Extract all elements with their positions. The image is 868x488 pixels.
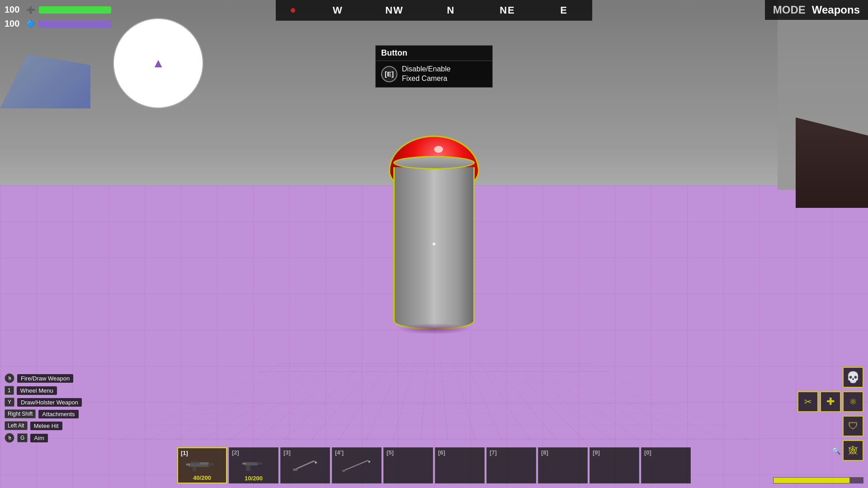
- keybinds: 🖱 Fire/Draw Weapon 1 Wheel Menu Y Draw/H…: [5, 373, 82, 443]
- compass-bar: W NW N NE E: [276, 0, 592, 21]
- slot-7-number: [7]: [490, 449, 497, 456]
- web-icon-box: 🕸: [843, 440, 863, 461]
- skull-icon: 💀: [846, 371, 860, 384]
- floor-grid: [105, 360, 763, 441]
- keybind-draw: Y Draw/Holster Weapon: [5, 398, 82, 407]
- atom-icon: ⚛: [849, 396, 857, 407]
- armor-row: 100 🔷: [5, 19, 111, 29]
- weapon-slot-8[interactable]: [8]: [538, 447, 588, 483]
- health-bar-bg: [39, 6, 111, 14]
- weapon-slot-6[interactable]: [6]: [435, 447, 485, 483]
- aim-key-g: G: [17, 433, 28, 442]
- skull-icon-box: 💀: [843, 367, 863, 388]
- svg-rect-7: [246, 465, 250, 471]
- mode-display: MODE Weapons: [765, 0, 868, 20]
- compass-NW: NW: [381, 5, 408, 16]
- armor-icon: 🔷: [26, 19, 35, 28]
- shield-icon-box: 🛡: [843, 416, 863, 436]
- weapon-slot-1[interactable]: [1] 40/200: [177, 447, 227, 483]
- armor-bar-fill: [39, 20, 111, 28]
- keybind-fire: 🖱 Fire/Draw Weapon: [5, 373, 82, 383]
- slot-2-number: [2]: [232, 449, 239, 456]
- keybind-attach: Right Shift Attachments: [5, 409, 82, 418]
- svg-rect-3: [193, 467, 196, 471]
- slot-2-icon: [236, 456, 272, 474]
- weapon-slot-9[interactable]: [9]: [590, 447, 639, 483]
- web-icon: 🕸: [849, 446, 858, 456]
- health-bar-fill: [39, 6, 111, 14]
- slot-0-number: [0]: [644, 449, 651, 456]
- dome-highlight: [434, 146, 443, 153]
- minimap: ▲: [113, 18, 203, 108]
- fire-key-icon: 🖱: [5, 373, 14, 383]
- cylinder-body: [393, 167, 475, 330]
- svg-marker-14: [368, 460, 371, 463]
- center-object: [389, 136, 479, 330]
- svg-rect-15: [342, 470, 345, 472]
- svg-rect-8: [242, 463, 246, 465]
- weapon-slot-5[interactable]: [5]: [383, 447, 433, 483]
- minimap-marker: ▲: [152, 56, 165, 70]
- compass-E: E: [551, 5, 578, 16]
- compass-NE: NE: [494, 5, 521, 16]
- armor-bar-bg: [39, 20, 111, 28]
- plus-icon-box: ✚: [820, 391, 841, 412]
- slot-8-number: [8]: [541, 449, 548, 456]
- weapons-label: Weapons: [812, 4, 860, 16]
- button-tooltip: Button [E] Disable/EnableFixed Camera: [375, 45, 493, 88]
- weapon-slot-7[interactable]: [7]: [486, 447, 536, 483]
- scissors-icon-box: ✂: [797, 391, 818, 412]
- yellow-bar: [773, 477, 863, 483]
- melee-label: Melee Hit: [30, 422, 62, 430]
- weapon-hotbar: [1] 40/200 [2] 10/200 [3]: [177, 447, 691, 483]
- svg-rect-12: [293, 469, 297, 471]
- keybind-melee: Left Alt Melee Hit: [5, 421, 82, 430]
- slot-4-icon: [339, 456, 375, 474]
- wheel-key: 1: [5, 386, 14, 395]
- slot-6-number: [6]: [438, 449, 445, 456]
- tooltip-action-text: Disable/EnableFixed Camera: [402, 65, 451, 84]
- weapon-slot-2[interactable]: [2] 10/200: [229, 447, 278, 483]
- health-value: 100: [5, 5, 23, 15]
- fire-label: Fire/Draw Weapon: [17, 374, 73, 383]
- slot-1-ammo: 40/200: [193, 474, 211, 481]
- draw-label: Draw/Holster Weapon: [17, 398, 82, 407]
- crosshair: [433, 243, 435, 245]
- slot-5-number: [5]: [387, 449, 394, 456]
- compass-dot: [291, 8, 295, 13]
- plus-icon: ✚: [826, 396, 835, 408]
- slot-9-number: [9]: [593, 449, 600, 456]
- slot-1-number: [1]: [181, 450, 188, 456]
- mode-label: MODE: [773, 4, 806, 16]
- cylinder-shadow: [398, 323, 470, 334]
- svg-line-13: [343, 460, 368, 471]
- scissors-icon: ✂: [804, 396, 812, 407]
- atom-icon-box: ⚛: [843, 391, 863, 412]
- draw-key: Y: [5, 398, 14, 407]
- wheel-label: Wheel Menu: [17, 386, 57, 395]
- svg-rect-6: [245, 462, 258, 465]
- tooltip-action: [E] Disable/EnableFixed Camera: [376, 61, 492, 87]
- compass-N: N: [438, 5, 465, 16]
- aim-key-icon: 🖱: [5, 433, 14, 443]
- zoom-icon: 🔍: [832, 446, 841, 455]
- health-icon: ➕: [26, 5, 35, 14]
- armor-value: 100: [5, 19, 23, 29]
- cylinder-top: [393, 156, 475, 169]
- health-row: 100 ➕: [5, 5, 111, 15]
- svg-rect-1: [191, 461, 200, 463]
- weapon-slot-4[interactable]: [4']: [332, 447, 382, 483]
- hud-icons-row-2: ✂ ✚ ⚛: [797, 391, 863, 412]
- compass-W: W: [325, 5, 352, 16]
- status-bars: 100 ➕ 100 🔷: [5, 5, 111, 29]
- attach-label: Attachments: [38, 410, 78, 418]
- tooltip-key: [E]: [381, 66, 397, 82]
- weapon-slot-0[interactable]: [0]: [641, 447, 691, 483]
- yellow-bar-fill: [774, 478, 849, 483]
- keybind-wheel: 1 Wheel Menu: [5, 386, 82, 395]
- weapon-slot-3[interactable]: [3]: [280, 447, 330, 483]
- svg-rect-5: [208, 463, 214, 465]
- slot-2-ammo: 10/200: [245, 475, 263, 482]
- bottom-right-hud: 💀 ✂ ✚ ⚛ 🛡 🔍 🕸: [797, 367, 863, 461]
- tooltip-title: Button: [376, 46, 492, 61]
